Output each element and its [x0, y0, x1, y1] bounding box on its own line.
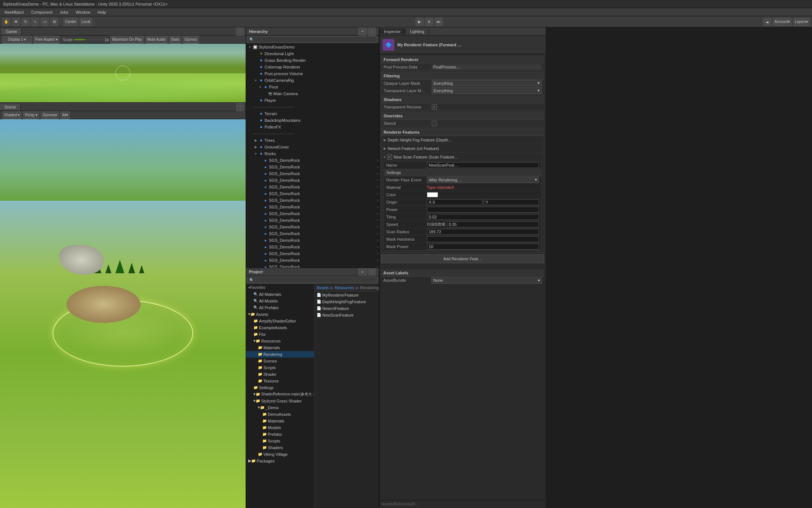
tree-shader[interactable]: 📁 Shader [246, 371, 314, 378]
mask-power-input[interactable] [427, 244, 539, 250]
list-item[interactable]: ■SGS_DemoRock> [246, 230, 379, 237]
asset-bundle-dropdown[interactable]: None ▾ [431, 277, 542, 284]
scene-viewport[interactable] [0, 119, 246, 508]
scene-persp[interactable]: Persp ▾ [23, 111, 39, 119]
tree-all-materials[interactable]: 🔍 All Materials [246, 291, 314, 298]
scan-settings-header[interactable]: Settings [384, 169, 541, 176]
scan-feature-header-row[interactable]: ▾ ✓ New Scan Feature (Scan Feature… [384, 154, 542, 160]
rect-tool-btn[interactable]: ▭ [41, 18, 49, 26]
tree-amplify[interactable]: 📁 AmplifyShaderEditor [246, 318, 314, 324]
tree-assets[interactable]: ▾ 📁 Assets [246, 311, 314, 318]
list-item[interactable]: ■SGS_DemoRock> [246, 170, 379, 177]
tree-stylized[interactable]: ▾ 📁 Stylized Grass Shader [246, 398, 314, 404]
tab-lighting[interactable]: Lighting [405, 29, 429, 34]
tree-resources[interactable]: ▾ 📁 Resources [246, 338, 314, 344]
color-swatch[interactable] [427, 192, 438, 197]
hier-item-player[interactable]: ■ Player [246, 97, 379, 104]
center-mode-btn[interactable]: Center [63, 18, 78, 26]
game-panel-menu[interactable]: ⋮ [236, 27, 244, 36]
tree-viking[interactable]: 📁 Viking Village [246, 451, 314, 458]
local-mode-btn[interactable]: Local [80, 18, 92, 26]
renderer-features-header[interactable]: Renderer Features [381, 128, 544, 136]
stats-btn[interactable]: Stats [169, 36, 181, 44]
menu-neeobject[interactable]: NeeMbject [1, 9, 27, 15]
hier-item-pivot[interactable]: ▾ ■ Pivot [246, 84, 379, 90]
aspect-dropdown[interactable]: Display 1 ▾ [2, 36, 32, 44]
tree-all-prefabs[interactable]: 🔍 All Prefabs [246, 304, 314, 311]
list-item[interactable]: ■SGS_DemoRock> [246, 177, 379, 184]
hierarchy-search[interactable]: 🔍 [247, 36, 377, 43]
project-tree[interactable]: ▾ Favorites 🔍 All Materials 🔍 All Models… [246, 284, 314, 508]
hier-item-grassbend[interactable]: ■ Grass Bending Render [246, 57, 379, 64]
hierarchy-tree[interactable]: ▾ 🔲 StylizedGrassDemo ☀ Directional Ligh… [246, 44, 379, 268]
list-item[interactable]: ■SGS_DemoRock> [246, 250, 379, 257]
scene-tab[interactable]: Scene [0, 104, 21, 110]
file-newcrt[interactable]: 📄 NewcrtFeature [314, 305, 379, 312]
list-item[interactable]: ■SGS_DemoRock> [246, 210, 379, 217]
file-depth[interactable]: 📄 DepthHeightFogFeature [314, 298, 379, 305]
scan-radius-input[interactable] [427, 229, 539, 235]
list-item[interactable]: ■SGS_DemoRock> [246, 204, 379, 210]
favorites-section[interactable]: ▾ Favorites [246, 284, 314, 291]
tree-scenes[interactable]: 📁 Scenes [246, 358, 314, 364]
overrides-header[interactable]: Overrides [381, 112, 544, 120]
hierarchy-add-btn[interactable]: + [358, 27, 367, 36]
asset-labels-header[interactable]: Asset Labels [381, 269, 544, 277]
tree-materials[interactable]: 📁 Materials [246, 344, 314, 351]
tree-prefabs[interactable]: 📁 Prefabs [246, 431, 314, 438]
scene-view-mode[interactable]: Shaded ▾ [2, 111, 21, 119]
tree-shaderref[interactable]: ▾ 📁 ShaderReference-main(参考大↗) [246, 391, 314, 398]
list-item[interactable]: ■SGS_DemoRock> [246, 244, 379, 250]
play-btn[interactable]: ▶ [415, 18, 424, 26]
tree-settings[interactable]: 📁 Settings [246, 384, 314, 391]
account-btn[interactable]: Account ▾ [773, 18, 792, 26]
step-btn[interactable]: ⏭ [435, 18, 443, 26]
menu-window[interactable]: Window [73, 9, 93, 15]
menu-help[interactable]: Help [95, 9, 109, 15]
hier-item-backdrop[interactable]: ■ BackdropMountains [246, 117, 379, 124]
list-item[interactable]: ■SGS_DemoRock> [246, 184, 379, 190]
list-item[interactable]: ■SGS_DemoRock> [246, 190, 379, 197]
project-search[interactable]: 🔍 [247, 277, 377, 283]
transparent-receive-checkbox[interactable]: ✓ [432, 104, 437, 110]
tree-demo-scripts[interactable]: 📁 Scripts [246, 438, 314, 444]
hier-item-orbitcam[interactable]: ▾ ■ OrbitCameraRig [246, 77, 379, 84]
tree-packages[interactable]: ▶ 📁 Packages [246, 458, 314, 464]
hier-item-groundcover[interactable]: ▶ ■ GroundCover [246, 144, 379, 150]
list-item[interactable]: ■SGS_DemoRock> [246, 257, 379, 264]
hier-item-postprocess[interactable]: ■ Post-process Volume [246, 70, 379, 77]
list-item[interactable]: ■SGS_DemoRock> [246, 157, 379, 164]
hier-item-pollenfx[interactable]: ■ PollenFX [246, 124, 379, 130]
hand-tool-btn[interactable]: ✋ [2, 18, 10, 26]
maximize-on-play-btn[interactable]: Maximize On Play [110, 36, 144, 44]
collab-btn[interactable]: ☁ [763, 18, 771, 26]
layers-btn[interactable]: Layers ▾ [793, 18, 810, 26]
tree-all-models[interactable]: 🔍 All Models [246, 298, 314, 304]
speed-input[interactable] [447, 221, 539, 227]
scale-tool-btn[interactable]: ⤡ [31, 18, 39, 26]
project-menu-btn[interactable]: ⋮ [368, 268, 376, 276]
rpe-dropdown[interactable]: After Rendering… ▾ [427, 177, 539, 183]
tree-demo-materials[interactable]: 📁 Materials [246, 418, 314, 424]
list-item[interactable]: ■SGS_DemoRock> [246, 197, 379, 204]
mute-audio-btn[interactable]: Mute Audio [145, 36, 168, 44]
resolution-dropdown[interactable]: Free Aspect ▾ [33, 36, 60, 44]
tree-models[interactable]: 📁 Models [246, 424, 314, 431]
hier-item-maincamera[interactable]: 📷 Main Camera [246, 90, 379, 97]
list-item[interactable]: ■SGS_DemoRock> [246, 224, 379, 230]
tree-rendering[interactable]: 📁 Rendering [246, 351, 314, 358]
tree-demoassets[interactable]: 📁 DemoAssets [246, 411, 314, 418]
scan-enabled-checkbox[interactable]: ✓ [387, 154, 392, 160]
add-renderer-feature-btn[interactable]: Add Renderer Feat… [381, 254, 544, 263]
shadows-header[interactable]: Shadows [381, 96, 544, 103]
tiling-input[interactable] [427, 214, 539, 220]
hierarchy-menu-btn[interactable]: ⋮ [368, 27, 376, 36]
opaque-mask-dropdown[interactable]: Everything ▾ [432, 80, 542, 86]
list-item[interactable]: ■SGS_DemoRock> [246, 164, 379, 170]
menu-component[interactable]: Component [28, 9, 55, 15]
newcrt-row[interactable]: ▶ Newcrt Feature (crt Feature) [384, 145, 542, 152]
file-newscan[interactable]: 📄 NewScanFeature [314, 312, 379, 318]
tree-exampleassets[interactable]: 📁 ExampleAssets [246, 324, 314, 331]
forward-renderer-header[interactable]: Forward Renderer [381, 56, 544, 63]
tab-inspector[interactable]: Inspector [380, 29, 405, 34]
